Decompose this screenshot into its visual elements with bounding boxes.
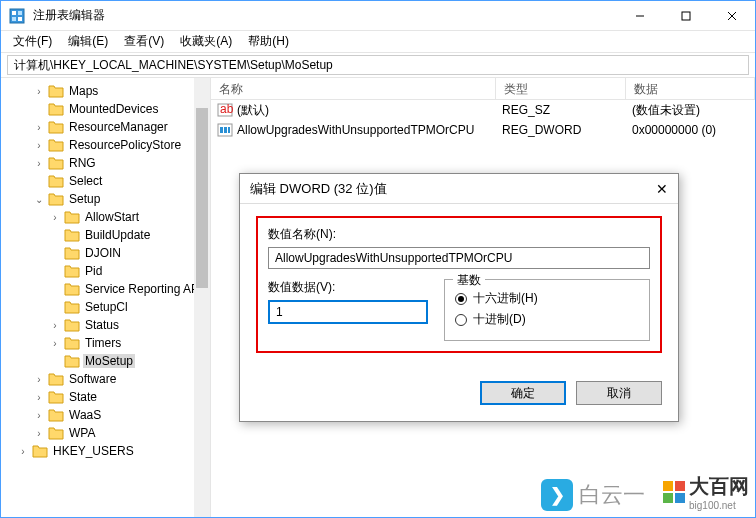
- folder-icon: [48, 426, 64, 440]
- tree-item-label: Maps: [67, 84, 100, 98]
- watermark-2: 大百网 big100.net: [663, 473, 749, 511]
- folder-icon: [48, 102, 64, 116]
- tree-item-hkey-users[interactable]: HKEY_USERS: [1, 442, 210, 460]
- tree-item-maps[interactable]: Maps: [1, 82, 210, 100]
- svg-rect-1: [12, 11, 16, 15]
- folder-icon: [64, 228, 80, 242]
- tree-item-buildupdate[interactable]: BuildUpdate: [1, 226, 210, 244]
- tree-item-label: HKEY_USERS: [51, 444, 136, 458]
- folder-icon: [64, 246, 80, 260]
- chevron-icon[interactable]: [49, 338, 61, 349]
- value-data-input[interactable]: [268, 300, 428, 324]
- value-name-input[interactable]: [268, 247, 650, 269]
- list-row[interactable]: AllowUpgradesWithUnsupportedTPMOrCPUREG_…: [211, 120, 755, 140]
- close-button[interactable]: [709, 1, 755, 31]
- tree-item-mounteddevices[interactable]: MountedDevices: [1, 100, 210, 118]
- menu-favorites[interactable]: 收藏夹(A): [172, 31, 240, 52]
- radix-legend: 基数: [453, 272, 485, 289]
- chevron-icon[interactable]: [33, 374, 45, 385]
- tree-item-label: SetupCl: [83, 300, 130, 314]
- menu-bar: 文件(F) 编辑(E) 查看(V) 收藏夹(A) 帮助(H): [1, 31, 755, 53]
- chevron-icon[interactable]: [33, 428, 45, 439]
- folder-icon: [48, 84, 64, 98]
- radio-hex-button[interactable]: [455, 293, 467, 305]
- svg-text:ab: ab: [220, 102, 233, 116]
- svg-rect-13: [224, 127, 227, 133]
- chevron-icon[interactable]: [33, 158, 45, 169]
- folder-icon: [48, 156, 64, 170]
- chevron-icon[interactable]: [33, 410, 45, 421]
- tree-item-select[interactable]: Select: [1, 172, 210, 190]
- address-input[interactable]: [7, 55, 749, 75]
- dialog-close-icon[interactable]: ✕: [656, 181, 668, 197]
- list-row[interactable]: ab(默认)REG_SZ(数值未设置): [211, 100, 755, 120]
- chevron-icon[interactable]: [33, 122, 45, 133]
- menu-file[interactable]: 文件(F): [5, 31, 60, 52]
- tree-item-resourcepolicystore[interactable]: ResourcePolicyStore: [1, 136, 210, 154]
- menu-help[interactable]: 帮助(H): [240, 31, 297, 52]
- cancel-button[interactable]: 取消: [576, 381, 662, 405]
- col-type[interactable]: 类型: [496, 78, 626, 99]
- menu-edit[interactable]: 编辑(E): [60, 31, 116, 52]
- chevron-icon[interactable]: [33, 392, 45, 403]
- folder-icon: [64, 354, 80, 368]
- tree-item-label: BuildUpdate: [83, 228, 152, 242]
- tree-item-djoin[interactable]: DJOIN: [1, 244, 210, 262]
- value-name-label: 数值名称(N):: [268, 226, 650, 243]
- value-type: REG_SZ: [496, 101, 626, 119]
- tree-item-timers[interactable]: Timers: [1, 334, 210, 352]
- folder-icon: [48, 408, 64, 422]
- chevron-icon[interactable]: [17, 446, 29, 457]
- tree-item-pid[interactable]: Pid: [1, 262, 210, 280]
- folder-icon: [48, 120, 64, 134]
- ok-button[interactable]: 确定: [480, 381, 566, 405]
- tree-item-allowstart[interactable]: AllowStart: [1, 208, 210, 226]
- tree-item-label: Software: [67, 372, 118, 386]
- tree-item-label: Status: [83, 318, 121, 332]
- menu-view[interactable]: 查看(V): [116, 31, 172, 52]
- tree-item-rng[interactable]: RNG: [1, 154, 210, 172]
- tree-item-setup[interactable]: Setup: [1, 190, 210, 208]
- tree-item-label: WPA: [67, 426, 97, 440]
- tree-item-wpa[interactable]: WPA: [1, 424, 210, 442]
- tree-item-state[interactable]: State: [1, 388, 210, 406]
- tree-item-mosetup[interactable]: MoSetup: [1, 352, 210, 370]
- chevron-icon[interactable]: [49, 320, 61, 331]
- tree-item-label: State: [67, 390, 99, 404]
- chevron-icon[interactable]: [33, 86, 45, 97]
- tree-item-setupcl[interactable]: SetupCl: [1, 298, 210, 316]
- value-icon: ab: [217, 102, 233, 118]
- maximize-button[interactable]: [663, 1, 709, 31]
- tree-item-label: DJOIN: [83, 246, 123, 260]
- chevron-icon[interactable]: [33, 194, 45, 205]
- folder-icon: [64, 282, 80, 296]
- col-data[interactable]: 数据: [626, 78, 755, 99]
- svg-rect-2: [18, 11, 22, 15]
- radio-hex-label: 十六进制(H): [473, 290, 538, 307]
- chevron-icon[interactable]: [49, 212, 61, 223]
- tree-pane: MapsMountedDevicesResourceManagerResourc…: [1, 78, 211, 517]
- minimize-button[interactable]: [617, 1, 663, 31]
- radio-hex[interactable]: 十六进制(H): [455, 290, 639, 307]
- value-name: AllowUpgradesWithUnsupportedTPMOrCPU: [237, 123, 474, 137]
- folder-icon: [64, 336, 80, 350]
- tree-item-resourcemanager[interactable]: ResourceManager: [1, 118, 210, 136]
- svg-rect-3: [12, 17, 16, 21]
- chevron-icon[interactable]: [33, 140, 45, 151]
- tree-scrollbar[interactable]: [194, 78, 210, 517]
- svg-rect-4: [18, 17, 22, 21]
- svg-rect-14: [228, 127, 230, 133]
- tree-item-status[interactable]: Status: [1, 316, 210, 334]
- radio-dec[interactable]: 十进制(D): [455, 311, 639, 328]
- col-name[interactable]: 名称: [211, 78, 496, 99]
- radio-dec-button[interactable]: [455, 314, 467, 326]
- folder-icon: [48, 174, 64, 188]
- tree-item-label: Select: [67, 174, 104, 188]
- folder-icon: [48, 372, 64, 386]
- tree-item-service-reporting-api[interactable]: Service Reporting API: [1, 280, 210, 298]
- watermark-bird-icon: ❯: [541, 479, 573, 511]
- tree-item-waas[interactable]: WaaS: [1, 406, 210, 424]
- folder-icon: [48, 138, 64, 152]
- value-type: REG_DWORD: [496, 121, 626, 139]
- tree-item-software[interactable]: Software: [1, 370, 210, 388]
